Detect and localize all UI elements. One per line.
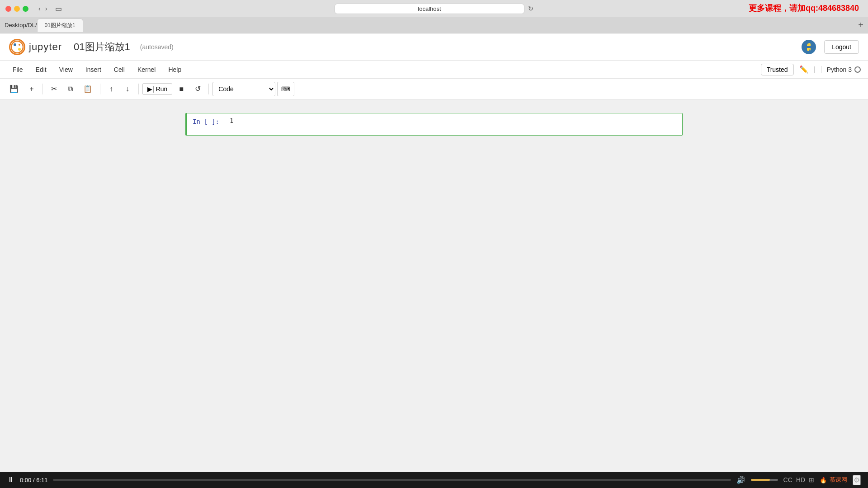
code-cell[interactable]: In [ ]: 1: [185, 113, 683, 136]
separator-1: [42, 84, 43, 94]
svg-point-2: [18, 48, 21, 51]
bottom-bar: ⏸ 0:00 / 6:11 🔊 CC HD ⊞ 🔥 慕课网 ⚙: [0, 472, 868, 488]
menu-file[interactable]: File: [7, 63, 28, 76]
maximize-button[interactable]: [23, 6, 28, 12]
stop-button[interactable]: ■: [174, 82, 189, 96]
header-right: Logout: [801, 39, 859, 55]
jupyter-logo-text: jupyter: [29, 41, 62, 53]
cell-type-select[interactable]: Code Markdown Raw NBConvert: [212, 82, 275, 96]
settings-button[interactable]: ⚙: [853, 475, 861, 485]
svg-rect-5: [807, 46, 811, 48]
volume-icon[interactable]: 🔊: [736, 476, 745, 484]
copy-button[interactable]: ⧉: [63, 82, 77, 96]
kernel-name-label: Python 3: [827, 66, 852, 73]
notebook-title[interactable]: 01图片缩放1: [74, 40, 130, 54]
move-down-button[interactable]: ↓: [120, 82, 135, 96]
cell-prompt: In [ ]:: [187, 113, 228, 135]
forward-button[interactable]: ›: [43, 4, 49, 13]
tab-bar: Desktop/DL/ 01图片缩放1 +: [0, 17, 868, 33]
play-pause-button[interactable]: ⏸: [7, 476, 14, 484]
menu-cell[interactable]: Cell: [108, 63, 130, 76]
keyboard-shortcut-button[interactable]: ⌨: [277, 82, 294, 96]
volume-bar[interactable]: [751, 479, 778, 481]
reload-button[interactable]: ↻: [528, 5, 533, 12]
desktop-path: Desktop/DL/: [5, 22, 37, 28]
nav-arrows: ‹ ›: [37, 4, 49, 13]
bottom-icons: CC HD ⊞: [783, 476, 814, 483]
brand-label: 慕课网: [830, 476, 847, 484]
edit-mode-icon[interactable]: ✏️: [797, 63, 810, 75]
close-button[interactable]: [5, 6, 11, 12]
jupyter-header: jupyter 01图片缩放1 (autosaved) Logout: [0, 33, 868, 61]
kernel-status-circle: [854, 66, 861, 73]
title-center: localhost ↻: [335, 4, 533, 14]
add-cell-button[interactable]: +: [24, 82, 39, 96]
time-display: 0:00 / 6:11: [20, 477, 47, 483]
menu-view[interactable]: View: [54, 63, 78, 76]
move-up-button[interactable]: ↑: [104, 82, 118, 96]
python-logo-icon: [801, 39, 817, 55]
traffic-lights: [5, 6, 28, 12]
paste-button[interactable]: 📋: [79, 82, 96, 96]
jupyter-logo-icon: [9, 39, 25, 55]
menu-insert[interactable]: Insert: [80, 63, 107, 76]
progress-bar[interactable]: [53, 479, 731, 481]
bottom-watermark: 🔥 慕课网: [820, 476, 847, 484]
svg-point-7: [809, 49, 811, 51]
run-button[interactable]: ▶| Run: [142, 83, 172, 95]
watermark-text: 更多课程，请加qq:484683840: [749, 3, 859, 14]
url-bar[interactable]: localhost: [335, 4, 524, 14]
menu-right: Trusted ✏️ | Python 3: [761, 63, 861, 75]
menu-help[interactable]: Help: [163, 63, 187, 76]
svg-point-3: [19, 44, 20, 46]
run-label: Run: [156, 85, 168, 93]
toolbar: 💾 + ✂ ⧉ 📋 ↑ ↓ ▶| Run ■ ↺ Code Markdown R…: [0, 79, 868, 99]
new-tab-button[interactable]: +: [858, 20, 863, 30]
tab-item[interactable]: 01图片缩放1: [37, 19, 83, 32]
separator-4: [208, 84, 209, 94]
jupyter-logo: jupyter: [9, 39, 62, 55]
tab-label: 01图片缩放1: [45, 22, 75, 29]
run-icon: ▶|: [147, 85, 154, 93]
hd-icon[interactable]: HD: [796, 476, 805, 483]
cc-icon[interactable]: CC: [783, 476, 793, 483]
separator-3: [138, 84, 139, 94]
trusted-button[interactable]: Trusted: [761, 64, 794, 75]
sidebar-toggle[interactable]: ▭: [55, 5, 62, 13]
minimize-button[interactable]: [14, 6, 20, 12]
cell-container: In [ ]: 1: [185, 113, 683, 136]
svg-point-1: [14, 43, 16, 46]
separator-2: [100, 84, 100, 94]
save-button[interactable]: 💾: [5, 82, 23, 96]
menu-bar: File Edit View Insert Cell Kernel Help T…: [0, 61, 868, 79]
restart-button[interactable]: ↺: [190, 82, 205, 96]
menu-edit[interactable]: Edit: [30, 63, 52, 76]
logout-button[interactable]: Logout: [824, 40, 859, 54]
cut-button[interactable]: ✂: [47, 82, 61, 96]
svg-point-6: [807, 43, 809, 44]
autosaved-label: (autosaved): [140, 43, 174, 51]
kernel-info: Python 3: [821, 66, 861, 73]
title-bar: ‹ › ▭ localhost ↻ 更多课程，请加qq:484683840: [0, 0, 868, 17]
cell-input[interactable]: 1: [228, 113, 682, 135]
menu-kernel[interactable]: Kernel: [132, 63, 161, 76]
volume-fill: [751, 479, 770, 481]
svg-point-0: [11, 41, 23, 53]
main-area: In [ ]: 1: [0, 99, 868, 472]
fullscreen-icon[interactable]: ⊞: [809, 476, 814, 483]
back-button[interactable]: ‹: [37, 4, 42, 13]
